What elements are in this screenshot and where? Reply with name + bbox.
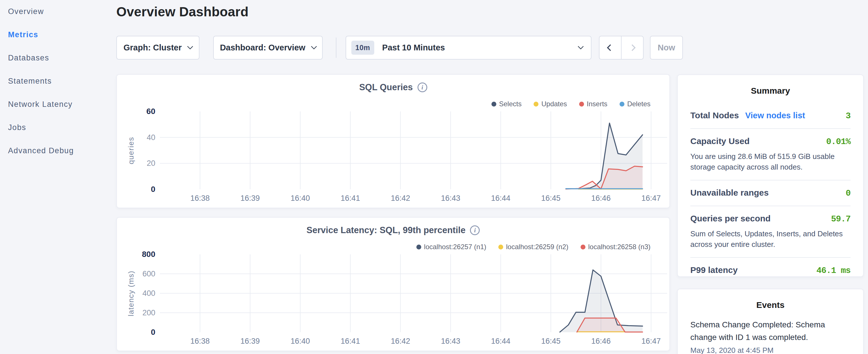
svg-text:16:46: 16:46 [591,194,611,202]
svg-text:0: 0 [151,328,155,336]
summary-row-p99-latency: P99 latency 46.1 ms [690,258,850,283]
svg-text:0: 0 [151,185,155,194]
sidebar-item-advanced-debug[interactable]: Advanced Debug [0,139,115,162]
summary-value: 59.7 [831,214,850,224]
service-latency-chart-card: Service Latency: SQL, 99th percentile i … [116,217,670,351]
graph-scope-dropdown-label: Graph: Cluster [124,43,182,53]
toolbar-divider [336,37,336,58]
summary-description: You are using 28.6 MiB of 515.9 GiB usab… [690,151,850,172]
sql-queries-chart-card: SQL Queries i SelectsUpdatesInsertsDelet… [116,74,670,208]
sidebar-item-network-latency[interactable]: Network Latency [0,93,115,116]
chevron-left-icon [607,44,614,51]
event-timestamp: May 13, 2020 at 4:45 PM [690,346,850,354]
svg-text:16:38: 16:38 [190,337,210,345]
summary-value: 3 [846,111,850,121]
summary-value: 0 [846,189,850,198]
sql-queries-plot: 16:3816:3916:4016:4116:4216:4316:4416:45… [117,75,671,209]
summary-row-capacity-used: Capacity Used 0.01% You are using 28.6 M… [690,129,850,181]
events-panel: Events Schema Change Completed: Schema c… [677,289,864,354]
chevron-down-icon [311,43,317,50]
event-message[interactable]: Schema Change Completed: Schema change w… [690,319,850,344]
svg-text:20: 20 [147,159,155,167]
svg-text:16:39: 16:39 [241,337,260,345]
svg-text:16:42: 16:42 [391,194,410,202]
svg-text:16:46: 16:46 [591,337,611,345]
service-latency-plot: 16:3816:3916:4016:4116:4216:4316:4416:45… [117,218,671,352]
summary-label: Total Nodes [690,110,739,120]
events-title: Events [690,300,850,310]
summary-label: Unavailable ranges [690,188,769,198]
page-title: Overview Dashboard [116,4,248,20]
svg-text:16:47: 16:47 [641,337,661,345]
svg-text:600: 600 [143,269,155,278]
time-step-controls [599,36,644,60]
summary-row-unavailable-ranges: Unavailable ranges 0 [690,181,850,206]
svg-text:16:39: 16:39 [241,194,260,202]
time-window-dropdown[interactable]: 10m Past 10 Minutes [346,36,591,60]
svg-text:40: 40 [147,133,155,142]
dashboard-dropdown-label: Dashboard: Overview [220,43,305,53]
dashboard-dropdown[interactable]: Dashboard: Overview [213,36,323,60]
summary-row-total-nodes: Total Nodes View nodes list 3 [690,103,850,129]
svg-text:16:43: 16:43 [441,337,461,345]
svg-text:16:42: 16:42 [391,337,410,345]
svg-text:16:47: 16:47 [641,194,661,202]
toolbar: Graph: Cluster Dashboard: Overview 10m P… [0,36,868,60]
svg-text:16:44: 16:44 [491,337,510,345]
summary-label: Capacity Used [690,136,750,146]
svg-text:200: 200 [143,309,155,317]
time-step-forward-button[interactable] [621,36,643,59]
summary-label: Queries per second [690,214,771,223]
graph-scope-dropdown[interactable]: Graph: Cluster [116,36,199,60]
summary-title: Summary [690,86,850,96]
summary-label: P99 latency [690,265,738,275]
now-button[interactable]: Now [650,36,683,60]
sidebar-item-jobs[interactable]: Jobs [0,116,115,139]
svg-text:16:45: 16:45 [541,337,560,345]
chevron-down-icon [187,43,193,50]
svg-text:60: 60 [147,107,155,116]
svg-text:16:40: 16:40 [290,194,310,202]
svg-text:16:44: 16:44 [491,194,510,202]
chevron-right-icon [629,44,636,51]
summary-row-queries-per-second: Queries per second 59.7 Sum of Selects, … [690,206,850,258]
time-window-badge: 10m [351,41,374,55]
svg-text:16:40: 16:40 [290,337,310,345]
svg-text:800: 800 [142,250,155,259]
time-step-back-button[interactable] [599,36,621,59]
chevron-down-icon [578,43,584,50]
svg-text:16:45: 16:45 [541,194,560,202]
svg-text:16:41: 16:41 [341,194,360,202]
summary-value: 46.1 ms [816,266,850,276]
svg-text:16:41: 16:41 [341,337,360,345]
svg-text:16:43: 16:43 [441,194,461,202]
summary-description: Sum of Selects, Updates, Inserts, and De… [690,229,850,250]
sidebar-item-statements[interactable]: Statements [0,70,115,93]
view-nodes-list-link[interactable]: View nodes list [745,111,805,120]
summary-panel: Summary Total Nodes View nodes list 3 Ca… [677,74,864,277]
summary-value: 0.01% [826,137,850,147]
svg-text:400: 400 [143,289,155,297]
sidebar-item-overview[interactable]: Overview [0,0,115,23]
time-window-label: Past 10 Minutes [382,43,572,53]
svg-text:16:38: 16:38 [190,194,210,202]
